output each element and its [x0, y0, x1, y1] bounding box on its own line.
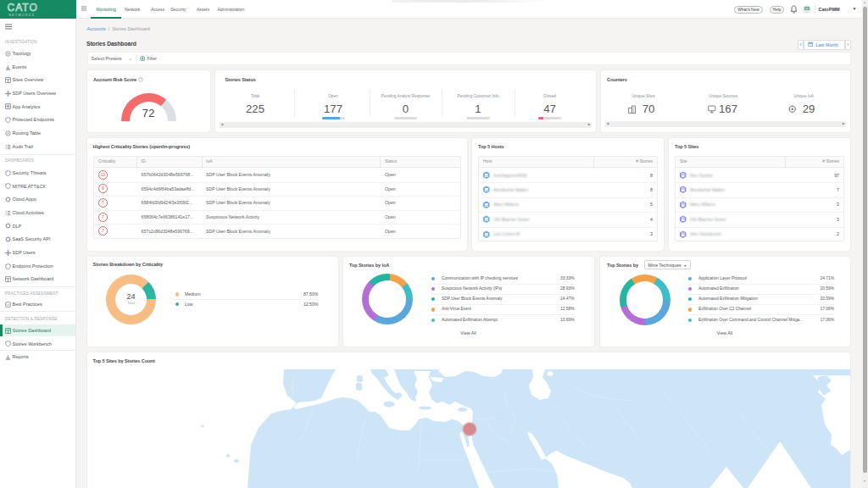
svg-text:CATO: CATO: [8, 2, 38, 14]
svg-text:?: ?: [140, 78, 142, 81]
svg-text:NETWORKS: NETWORKS: [9, 14, 36, 17]
